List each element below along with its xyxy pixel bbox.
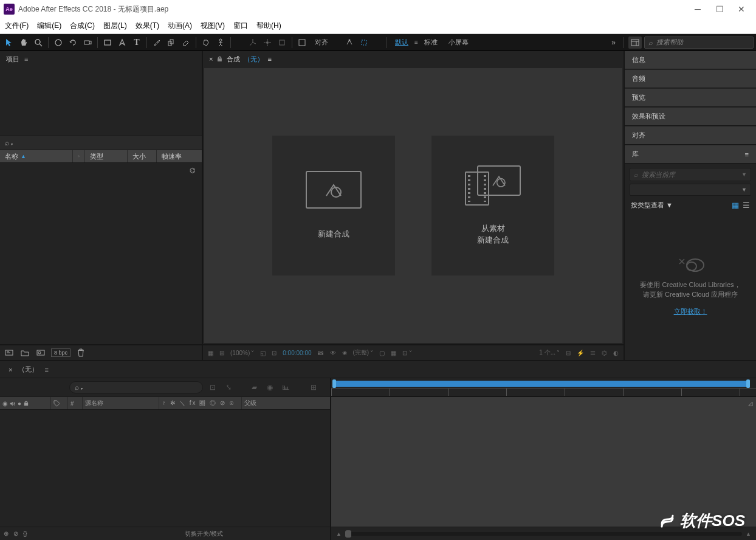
- trash-icon[interactable]: [75, 347, 86, 358]
- zoom-dropdown[interactable]: (100%) ˅: [230, 350, 254, 356]
- maximize-button[interactable]: ☐: [709, 0, 730, 18]
- puppet-tool-icon[interactable]: [214, 35, 227, 50]
- audio-panel-header[interactable]: 音频: [625, 70, 756, 88]
- preview-panel-header[interactable]: 预览: [625, 89, 756, 107]
- work-area-bar[interactable]: [332, 381, 750, 387]
- menu-help[interactable]: 帮助(H): [256, 21, 281, 31]
- brush-tool-icon[interactable]: [150, 35, 163, 50]
- col-label-icon[interactable]: [73, 150, 85, 162]
- lock-icon[interactable]: 🔒︎: [216, 55, 223, 63]
- new-from-footage-card[interactable]: 从素材新建合成: [431, 136, 554, 275]
- snap-opt2-icon[interactable]: [357, 35, 371, 50]
- view-by-label[interactable]: 按类型查看 ▼: [631, 201, 673, 210]
- workspace-standard[interactable]: 标准: [419, 38, 442, 47]
- new-comp-icon[interactable]: [35, 347, 46, 358]
- zoom-slider[interactable]: [345, 532, 742, 536]
- ruler-toggle-icon[interactable]: ⊞: [219, 350, 224, 356]
- fast-preview-icon[interactable]: ⚡: [577, 350, 584, 356]
- rotate-tool-icon[interactable]: [66, 35, 80, 50]
- panel-menu-icon[interactable]: ≡: [24, 55, 27, 63]
- timeline-layers-list[interactable]: [0, 410, 330, 527]
- effects-panel-header[interactable]: 效果和预设: [625, 108, 756, 126]
- library-search-input[interactable]: ⌕搜索当前库▼: [630, 168, 751, 181]
- comp-flowchart-icon[interactable]: ⌬: [602, 350, 607, 356]
- project-search[interactable]: ⌕ ▾: [0, 135, 202, 150]
- close-button[interactable]: ✕: [730, 0, 752, 18]
- draft3d-icon[interactable]: ⊞: [308, 381, 320, 393]
- views-dropdown[interactable]: 1 个... ˅: [539, 348, 560, 357]
- panel-menu-icon[interactable]: ≡: [267, 55, 271, 63]
- timeline-search-input[interactable]: ⌕ ▾: [69, 381, 203, 393]
- menu-icon[interactable]: ≡: [414, 39, 418, 46]
- library-dropdown[interactable]: ▼: [630, 184, 751, 196]
- comp-mini-icon[interactable]: ⊡: [207, 381, 219, 393]
- graph-editor-icon[interactable]: 📊︎: [280, 381, 292, 393]
- motion-blur-icon[interactable]: ◉: [264, 381, 276, 393]
- clone-tool-icon[interactable]: [165, 35, 178, 50]
- pen-tool-icon[interactable]: [115, 35, 129, 50]
- solo-icon[interactable]: ●: [18, 400, 21, 407]
- footer-icon-3[interactable]: {}: [23, 530, 27, 537]
- snapshot-icon[interactable]: 📷︎: [318, 350, 324, 356]
- snap-checkbox[interactable]: [295, 35, 309, 50]
- snap-opt1-icon[interactable]: [343, 35, 356, 50]
- roi-icon[interactable]: ▢: [379, 350, 385, 356]
- orbit-tool-icon[interactable]: [52, 35, 65, 50]
- menu-layer[interactable]: 图层(L): [103, 21, 127, 31]
- list-view-icon[interactable]: ☰: [743, 201, 750, 210]
- col-source-name[interactable]: 源名称: [83, 397, 159, 409]
- col-switches[interactable]: ♀ ✻ ＼ fx 圈 ◎ ⊘ ⊙: [159, 397, 242, 409]
- align-panel-header[interactable]: 对齐: [625, 126, 756, 145]
- transparency-icon[interactable]: ▦: [391, 350, 396, 356]
- resolution-icon[interactable]: ◱: [260, 350, 266, 356]
- col-type[interactable]: 类型: [85, 150, 128, 162]
- composition-tab[interactable]: × 🔒︎ 合成 （无） ≡: [203, 51, 624, 67]
- zoom-in-icon[interactable]: ▲: [746, 531, 751, 537]
- local-axis-icon[interactable]: [246, 35, 259, 50]
- footer-icon-2[interactable]: ⊘: [13, 530, 18, 537]
- bpc-button[interactable]: 8 bpc: [51, 348, 70, 357]
- roto-tool-icon[interactable]: [199, 35, 213, 50]
- marker-bin-icon[interactable]: ⊿: [747, 400, 754, 408]
- new-composition-card[interactable]: 新建合成: [272, 136, 395, 275]
- project-list[interactable]: ⌬: [0, 163, 202, 344]
- menu-composition[interactable]: 合成(C): [70, 21, 95, 31]
- panel-menu-icon[interactable]: ≡: [44, 366, 48, 373]
- text-tool-icon[interactable]: T: [130, 35, 143, 50]
- col-size[interactable]: 大小: [128, 150, 157, 162]
- resolution-dropdown[interactable]: (完整) ˅: [353, 348, 374, 357]
- cc-get-now-link[interactable]: 立即获取！: [674, 307, 707, 316]
- menu-effect[interactable]: 效果(T): [136, 21, 159, 31]
- minimize-button[interactable]: ─: [687, 0, 709, 18]
- dropdown-icon[interactable]: ▼: [741, 171, 747, 178]
- workspace-picker-icon[interactable]: [628, 36, 642, 49]
- footer-icon-1[interactable]: ⊕: [4, 530, 9, 537]
- menu-file[interactable]: 文件(F): [5, 21, 29, 31]
- col-parent[interactable]: 父级: [242, 397, 330, 409]
- mask-toggle-icon[interactable]: ▦: [208, 350, 213, 356]
- world-axis-icon[interactable]: [261, 35, 274, 50]
- show-snapshot-icon[interactable]: 👁︎: [330, 350, 336, 356]
- help-search-input[interactable]: ⌕ 搜索帮助: [644, 36, 754, 49]
- toggle-switches-modes[interactable]: 切换开关/模式: [185, 530, 223, 538]
- exposure-icon[interactable]: ◐: [613, 350, 619, 356]
- camera-tool-icon[interactable]: [81, 35, 94, 50]
- col-label[interactable]: [51, 397, 68, 409]
- channel-icon[interactable]: ⊡: [272, 350, 277, 356]
- project-tab[interactable]: 项目 ≡: [0, 51, 202, 67]
- info-panel-header[interactable]: 信息: [625, 51, 756, 69]
- library-panel-header[interactable]: 库≡: [625, 145, 756, 164]
- panel-menu-icon[interactable]: ≡: [745, 151, 749, 158]
- workspace-overflow-icon[interactable]: »: [608, 38, 619, 47]
- pixel-aspect-icon[interactable]: ⊟: [566, 350, 571, 356]
- menu-edit[interactable]: 编辑(E): [37, 21, 61, 31]
- workspace-default[interactable]: 默认: [390, 38, 413, 47]
- workspace-small[interactable]: 小屏幕: [444, 38, 473, 47]
- tab-close-icon[interactable]: ×: [9, 366, 12, 373]
- zoom-out-icon[interactable]: ▲: [336, 531, 342, 537]
- time-display[interactable]: 0:00:00:00: [283, 350, 311, 356]
- frame-blend-icon[interactable]: ▰: [248, 381, 260, 393]
- 3d-view-dropdown[interactable]: ⊡ ˅: [402, 350, 412, 356]
- col-name[interactable]: 名称▲: [0, 150, 73, 162]
- eye-icon[interactable]: ◉: [2, 400, 8, 407]
